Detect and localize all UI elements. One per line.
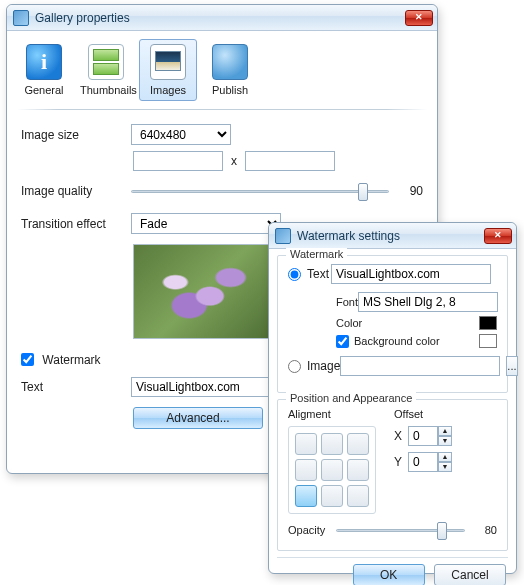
advanced-button[interactable]: Advanced... [133,407,263,429]
alignment-grid [288,426,376,514]
spin-up-icon[interactable]: ▲ [438,426,452,436]
opacity-value: 80 [475,524,497,536]
image-size-label: Image size [21,128,131,142]
offset-y-input[interactable] [408,452,438,472]
group-legend: Watermark [286,248,347,260]
watermark-checkbox[interactable]: Watermark [21,353,101,367]
tab-label: General [24,84,63,96]
window-title: Gallery properties [35,11,405,25]
browse-button[interactable]: ... [506,356,517,376]
images-icon [150,44,186,80]
font-input[interactable] [358,292,498,312]
transition-select[interactable]: Fade [131,213,281,234]
text-label: Text [21,380,131,394]
titlebar[interactable]: Gallery properties [7,5,437,31]
bgcolor-label: Background color [354,335,440,347]
align-bc[interactable] [321,485,343,507]
slider-thumb[interactable] [437,522,447,540]
cancel-button[interactable]: Cancel [434,564,506,585]
position-group: Position and Appearance Aligment Offset [277,399,508,551]
tab-label: Images [150,84,186,96]
wm-text-input[interactable] [331,264,491,284]
spin-down-icon[interactable]: ▼ [438,436,452,446]
alignment-label: Aligment [288,408,376,420]
tab-thumbnails[interactable]: Thumbnails [77,39,135,101]
image-quality-slider[interactable] [131,181,389,201]
radio-text-label: Text [307,267,331,281]
align-tl[interactable] [295,433,317,455]
x-label: X [394,429,402,443]
radio-text-row: Text [288,264,497,284]
dialog-buttons: OK Cancel [269,558,516,585]
align-tr[interactable] [347,433,369,455]
opacity-label: Opacity [288,524,336,536]
radio-text[interactable] [288,268,301,281]
color-label: Color [336,317,368,329]
align-ml[interactable] [295,459,317,481]
tab-toolbar: General Thumbnails Images Publish [7,31,437,105]
app-icon [13,10,29,26]
align-tc[interactable] [321,433,343,455]
offset-label: Offset [394,408,452,420]
offset-x-spinner[interactable]: ▲▼ [408,426,452,446]
height-input[interactable] [245,151,335,171]
dim-x-label: x [231,154,237,168]
watermark-label: Watermark [42,353,100,367]
tab-general[interactable]: General [15,39,73,101]
radio-image[interactable] [288,360,301,373]
tab-images[interactable]: Images [139,39,197,101]
thumbnails-icon [88,44,124,80]
spin-down-icon[interactable]: ▼ [438,462,452,472]
width-input[interactable] [133,151,223,171]
wm-image-input[interactable] [340,356,500,376]
group-legend: Position and Appearance [286,392,416,404]
align-mc[interactable] [321,459,343,481]
color-swatch[interactable] [479,316,497,330]
close-icon[interactable] [405,10,433,26]
align-bl[interactable] [295,485,317,507]
align-mr[interactable] [347,459,369,481]
close-icon[interactable] [484,228,512,244]
font-label: Font [336,296,358,308]
tab-publish[interactable]: Publish [201,39,259,101]
window-title: Watermark settings [297,229,484,243]
spin-up-icon[interactable]: ▲ [438,452,452,462]
tab-label: Publish [212,84,248,96]
ok-button[interactable]: OK [353,564,425,585]
globe-icon [212,44,248,80]
radio-image-row: Image ... [288,356,497,376]
titlebar[interactable]: Watermark settings [269,223,516,249]
bgcolor-swatch[interactable] [479,334,497,348]
offset-x-input[interactable] [408,426,438,446]
bgcolor-checkbox[interactable]: Background color [336,335,440,348]
app-icon [275,228,291,244]
y-label: Y [394,455,402,469]
opacity-slider[interactable] [336,520,465,540]
tab-label: Thumbnails [80,84,137,96]
watermark-settings-window: Watermark settings Watermark Text Font C… [268,222,517,574]
divider [17,109,427,110]
transition-preview [133,244,273,339]
transition-label: Transition effect [21,217,131,231]
offset-y-spinner[interactable]: ▲▼ [408,452,452,472]
radio-image-label: Image [307,359,340,373]
watermark-group: Watermark Text Font Color Background col… [277,255,508,393]
info-icon [26,44,62,80]
image-quality-label: Image quality [21,184,131,198]
slider-thumb[interactable] [358,183,368,201]
image-quality-value: 90 [399,184,423,198]
image-size-select[interactable]: 640x480 [131,124,231,145]
align-br[interactable] [347,485,369,507]
